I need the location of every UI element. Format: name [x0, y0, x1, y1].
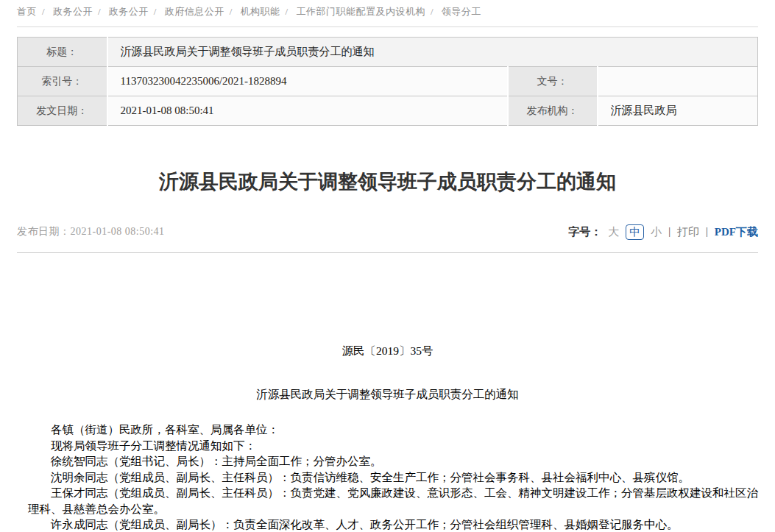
font-large-button[interactable]: 大	[608, 225, 619, 239]
breadcrumb-item[interactable]: 政务公开	[109, 6, 149, 17]
title-label-cell: 标题：	[18, 38, 107, 67]
font-size-label: 字号：	[568, 225, 601, 239]
date-label-cell: 发文日期：	[18, 96, 107, 126]
document-content: 源民〔2019〕35号 沂源县民政局关于调整领导班子成员职责分工的通知 各镇（街…	[17, 343, 758, 532]
index-value-cell: 113703230042235006/2021-1828894	[107, 67, 508, 96]
doc-reference-number: 源民〔2019〕35号	[17, 343, 758, 359]
breadcrumb-item[interactable]: 政务公开	[53, 6, 93, 17]
pdf-download-button[interactable]: PDF下载	[715, 225, 758, 239]
doc-paragraph: 各镇（街道）民政所，各科室、局属各单位：	[28, 422, 758, 438]
title-value-cell: 沂源县民政局关于调整领导班子成员职责分工的通知	[107, 38, 758, 67]
table-row-title: 标题： 沂源县民政局关于调整领导班子成员职责分工的通知	[18, 38, 758, 67]
doc-paragraph: 徐统智同志（党组书记、局长）：主持局全面工作；分管办公室。	[28, 453, 758, 469]
date-value-cell: 2021-01-08 08:50:41	[107, 96, 508, 126]
toolbar-separator: |	[706, 226, 708, 238]
meta-divider	[17, 252, 758, 253]
document-info-table: 标题： 沂源县民政局关于调整领导班子成员职责分工的通知 索引号： 1137032…	[17, 37, 758, 126]
publish-date: 发布日期：2021-01-08 08:50:41	[17, 225, 165, 238]
breadcrumb-item[interactable]: 领导分工	[442, 6, 481, 17]
article-meta-bar: 发布日期：2021-01-08 08:50:41 字号： 大 中 小 | 打印 …	[17, 223, 758, 241]
doc-paragraph: 王保才同志（党组成员、副局长、主任科员）：负责党建、党风廉政建设、意识形态、工会…	[28, 485, 758, 517]
toolbar-separator: |	[668, 226, 670, 238]
font-small-button[interactable]: 小	[651, 225, 662, 239]
breadcrumb-separator: /	[154, 6, 157, 17]
font-size-controls: 字号： 大 中 小 | 打印 | PDF下载	[568, 224, 758, 240]
breadcrumb-separator: /	[431, 6, 433, 17]
print-button[interactable]: 打印	[677, 225, 699, 239]
breadcrumb-item[interactable]: 工作部门职能配置及内设机构	[296, 6, 425, 17]
breadcrumb-separator: /	[42, 6, 45, 17]
agency-label-cell: 发布机构：	[508, 96, 598, 126]
breadcrumb-separator: /	[230, 6, 233, 17]
doc-paragraph: 现将局领导班子分工调整情况通知如下：	[28, 438, 758, 454]
doc-inline-title: 沂源县民政局关于调整领导班子成员职责分工的通知	[17, 386, 758, 402]
breadcrumb: 首页/ 政务公开/ 政务公开/ 政府信息公开/ 机构职能/ 工作部门职能配置及内…	[17, 0, 758, 18]
doc-no-value-cell	[598, 67, 758, 96]
doc-paragraph: 许永成同志（党组成员、副局长）：负责全面深化改革、人才、政务公开工作；分管社会组…	[28, 517, 758, 532]
agency-value-cell: 沂源县民政局	[598, 96, 758, 126]
breadcrumb-item[interactable]: 首页	[17, 6, 37, 17]
index-label-cell: 索引号：	[18, 67, 107, 96]
page-container: 首页/ 政务公开/ 政务公开/ 政府信息公开/ 机构职能/ 工作部门职能配置及内…	[0, 0, 775, 532]
breadcrumb-item[interactable]: 政府信息公开	[165, 6, 224, 17]
table-row-date: 发文日期： 2021-01-08 08:50:41 发布机构： 沂源县民政局	[18, 96, 758, 126]
doc-body: 各镇（街道）民政所，各科室、局属各单位： 现将局领导班子分工调整情况通知如下： …	[17, 422, 758, 532]
breadcrumb-item[interactable]: 机构职能	[241, 6, 280, 17]
breadcrumb-divider	[17, 26, 758, 27]
breadcrumb-separator: /	[286, 6, 289, 17]
doc-paragraph: 沈明余同志（党组成员、副局长、主任科员）：负责信访维稳、安全生产工作；分管社会事…	[28, 469, 758, 486]
page-title: 沂源县民政局关于调整领导班子成员职责分工的通知	[17, 169, 758, 195]
table-row-index: 索引号： 113703230042235006/2021-1828894 文号：	[18, 67, 758, 96]
doc-no-label-cell: 文号：	[508, 67, 598, 96]
font-medium-button[interactable]: 中	[626, 224, 644, 240]
breadcrumb-separator: /	[98, 6, 101, 17]
